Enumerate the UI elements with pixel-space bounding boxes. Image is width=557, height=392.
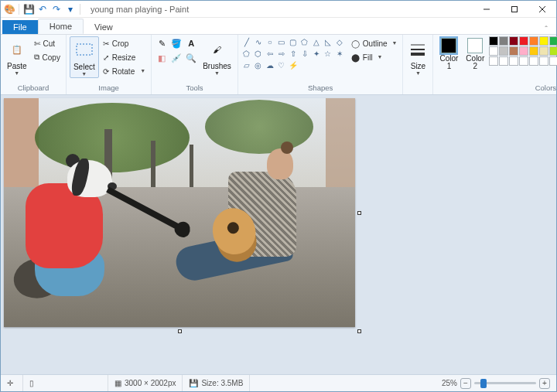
fill-button[interactable]: ⬤Fill▼ — [349, 50, 400, 64]
rotate-button[interactable]: ⟳Rotate▼ — [101, 64, 148, 78]
eraser-tool[interactable]: ◧ — [155, 51, 169, 65]
zoom-slider[interactable] — [474, 382, 536, 384]
color1-button[interactable]: Color 1 — [436, 36, 461, 72]
color-swatch[interactable] — [539, 46, 548, 56]
color-swatch[interactable] — [529, 36, 538, 46]
shape-gallery[interactable]: ╱ ∿ ○ ▭ ▢ ⬠ △ ◺ ◇ ⬠ ⬡ ⇦ ⇨ ⇧ ⇩ ✦ ☆ — [241, 36, 345, 70]
color-swatch[interactable] — [499, 36, 508, 46]
titlebar: 🎨 💾 ↶ ↷ ▾ young man playing - Paint — [1, 1, 556, 18]
shape-cloud[interactable]: ☁ — [265, 60, 275, 70]
shape-arrowd[interactable]: ⇩ — [299, 48, 310, 59]
shape-star6[interactable]: ✶ — [334, 48, 345, 59]
color-swatch[interactable] — [489, 56, 498, 66]
shape-curve[interactable]: ∿ — [253, 36, 264, 47]
shape-rtriangle[interactable]: ◺ — [323, 36, 333, 47]
crop-button[interactable]: ✂Crop — [101, 36, 148, 50]
color-swatch[interactable] — [519, 46, 528, 56]
shape-bolt[interactable]: ⚡ — [288, 60, 299, 70]
shape-heart[interactable]: ♡ — [276, 60, 287, 70]
color-swatch[interactable] — [509, 46, 518, 56]
color-swatch[interactable] — [539, 36, 548, 46]
color-swatch[interactable] — [529, 46, 538, 56]
color-swatch[interactable] — [519, 56, 528, 66]
color-swatch[interactable] — [489, 36, 498, 46]
shape-star4[interactable]: ✦ — [311, 48, 322, 59]
ribbon-tabs: File Home View ˆ — [1, 18, 556, 35]
shape-callout2[interactable]: ◎ — [253, 60, 264, 70]
shape-triangle[interactable]: △ — [311, 36, 322, 47]
svg-rect-4 — [77, 44, 92, 55]
shape-hexagon[interactable]: ⬡ — [253, 48, 264, 59]
tab-view[interactable]: View — [84, 20, 124, 34]
scissors-icon: ✄ — [34, 39, 40, 48]
color-swatch[interactable] — [499, 56, 508, 66]
shape-rect[interactable]: ▭ — [276, 36, 287, 47]
group-tools: ✎ 🪣 A ◧ 💉 🔍 🖌 Brushes ▼ Tools — [152, 35, 238, 94]
workspace[interactable] — [1, 95, 556, 374]
shape-star5[interactable]: ☆ — [323, 48, 333, 59]
color-swatch[interactable] — [509, 56, 518, 66]
shape-arrowu[interactable]: ⇧ — [288, 48, 299, 59]
svg-rect-1 — [512, 6, 518, 12]
color-swatch[interactable] — [529, 56, 538, 66]
pencil-tool[interactable]: ✎ — [155, 36, 169, 50]
file-size: 💾Size: 3.5MB — [183, 375, 250, 391]
color-swatch[interactable] — [549, 36, 557, 46]
paste-button[interactable]: 📋 Paste ▼ — [4, 36, 30, 77]
copy-icon: ⧉ — [34, 53, 39, 62]
tab-home[interactable]: Home — [38, 19, 84, 34]
color-swatch[interactable] — [509, 36, 518, 46]
shape-callout[interactable]: ▱ — [241, 60, 252, 70]
shape-polygon[interactable]: ⬠ — [299, 36, 310, 47]
resize-button[interactable]: ⤢Resize — [101, 50, 148, 64]
rotate-icon: ⟳ — [103, 67, 109, 76]
canvas-dims: ▦3000 × 2002px — [108, 375, 183, 391]
magnifier-tool[interactable]: 🔍 — [184, 51, 198, 65]
picker-tool[interactable]: 💉 — [169, 51, 183, 65]
color-swatch[interactable] — [489, 46, 498, 56]
color-swatch[interactable] — [549, 46, 557, 56]
shape-arrowr[interactable]: ⇨ — [276, 48, 287, 59]
zoom-in-button[interactable]: + — [539, 378, 550, 389]
copy-button[interactable]: ⧉Copy — [32, 50, 63, 64]
cut-button[interactable]: ✄Cut — [32, 36, 63, 50]
shape-pentagon[interactable]: ⬠ — [241, 48, 252, 59]
resize-handle-b[interactable] — [178, 329, 182, 333]
resize-handle-br[interactable] — [357, 329, 361, 333]
minimize-button[interactable] — [473, 1, 501, 18]
maximize-button[interactable] — [501, 1, 528, 18]
size-button[interactable]: Size ▼ — [406, 36, 429, 77]
color-swatch[interactable] — [499, 46, 508, 56]
shape-diamond[interactable]: ◇ — [334, 36, 345, 47]
minimize-ribbon-button[interactable]: ˆ — [539, 25, 553, 34]
color-swatch[interactable] — [519, 36, 528, 46]
color-palette[interactable] — [489, 36, 557, 66]
redo-icon[interactable]: ↷ — [50, 3, 63, 15]
shape-oval[interactable]: ○ — [265, 36, 275, 47]
select-button[interactable]: Select ▼ — [70, 36, 99, 78]
outline-icon: ◯ — [351, 39, 360, 48]
bucket-tool[interactable]: 🪣 — [169, 36, 183, 50]
resize-handle-r[interactable] — [357, 211, 361, 215]
qat-caret-icon[interactable]: ▾ — [64, 3, 77, 15]
shape-arrowl[interactable]: ⇦ — [265, 48, 275, 59]
selection-size: ▯ — [23, 375, 108, 391]
brushes-button[interactable]: 🖌 Brushes ▼ — [200, 36, 234, 77]
save-icon[interactable]: 💾 — [22, 3, 35, 15]
tab-file[interactable]: File — [2, 20, 38, 34]
shape-line[interactable]: ╱ — [241, 36, 252, 47]
color-swatch[interactable] — [539, 56, 548, 66]
undo-icon[interactable]: ↶ — [36, 3, 49, 15]
paint-window: 🎨 💾 ↶ ↷ ▾ young man playing - Paint File… — [0, 0, 557, 392]
shape-roundrect[interactable]: ▢ — [288, 36, 299, 47]
color-swatch[interactable] — [549, 56, 557, 66]
zoom-controls: 25% − + — [436, 375, 556, 391]
canvas[interactable] — [4, 98, 355, 327]
color2-button[interactable]: Color 2 — [463, 36, 487, 72]
man-hair — [281, 141, 293, 154]
text-tool[interactable]: A — [184, 36, 198, 50]
close-button[interactable] — [528, 1, 556, 18]
fill-icon: ⬤ — [351, 53, 360, 62]
zoom-out-button[interactable]: − — [460, 378, 471, 389]
outline-button[interactable]: ◯Outline▼ — [349, 36, 400, 50]
